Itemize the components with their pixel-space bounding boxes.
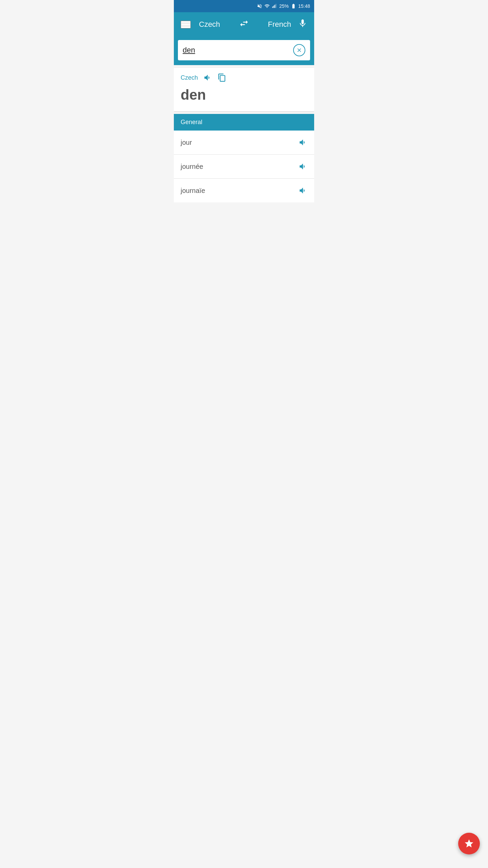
source-word: den	[181, 87, 307, 103]
battery-icon	[291, 3, 296, 9]
svg-rect-1	[273, 6, 274, 8]
search-input[interactable]	[183, 46, 293, 55]
pronounce-translation-button[interactable]	[299, 186, 307, 195]
pronounce-translation-button[interactable]	[299, 162, 307, 171]
wifi-icon	[264, 3, 270, 9]
svg-rect-2	[274, 5, 275, 8]
source-card: Czech den	[174, 68, 314, 111]
translation-item: journée	[174, 155, 314, 179]
app-bar: Czech French	[174, 12, 314, 37]
translation-word: journée	[181, 163, 203, 171]
status-icons: 25% 15:48	[257, 3, 310, 9]
mute-icon	[257, 3, 262, 9]
section-header: General	[174, 114, 314, 131]
translation-word: jour	[181, 139, 192, 146]
svg-rect-0	[272, 7, 273, 8]
translation-word: journaïe	[181, 187, 205, 195]
signal-icon	[272, 3, 277, 9]
battery-text: 25%	[279, 3, 289, 9]
svg-rect-3	[276, 4, 276, 8]
source-card-header: Czech	[181, 73, 307, 82]
search-bar-container	[174, 37, 314, 65]
source-language-label[interactable]: Czech	[199, 20, 220, 29]
swap-languages-button[interactable]	[239, 18, 249, 31]
microphone-button[interactable]	[298, 19, 307, 31]
app-bar-left: Czech	[181, 20, 220, 29]
pronounce-translation-button[interactable]	[299, 138, 307, 147]
app-bar-right: French	[268, 19, 307, 31]
time-text: 15:48	[298, 3, 310, 9]
translation-item: journaïe	[174, 179, 314, 202]
pronounce-source-button[interactable]	[203, 73, 212, 82]
source-card-lang: Czech	[181, 74, 198, 81]
copy-source-button[interactable]	[218, 73, 226, 82]
target-language-label[interactable]: French	[268, 20, 291, 29]
menu-button[interactable]	[181, 21, 191, 28]
status-bar: 25% 15:48	[174, 0, 314, 12]
section-title: General	[181, 119, 202, 125]
search-input-wrapper	[178, 40, 310, 60]
clear-button[interactable]	[293, 44, 305, 56]
translation-list: jourjournéejournaïe	[174, 131, 314, 202]
translation-item: jour	[174, 131, 314, 155]
